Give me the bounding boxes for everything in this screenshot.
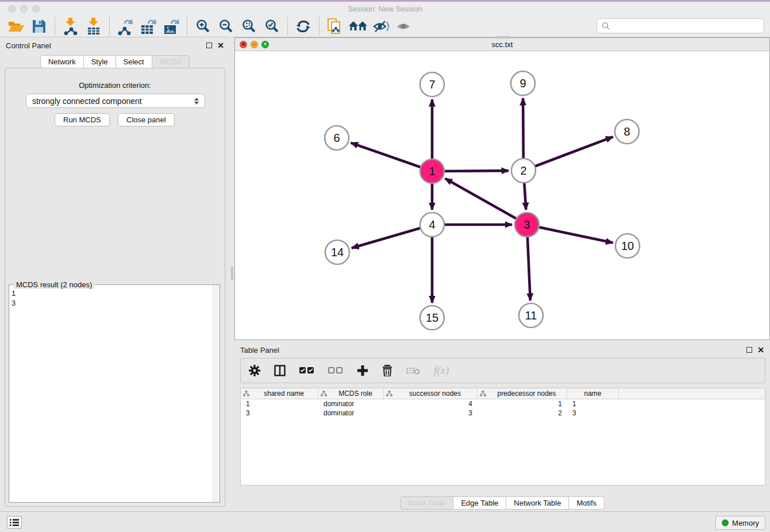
table-header-row: shared nameMCDS rolesuccessor nodesprede… (241, 388, 765, 399)
hide-eye-icon[interactable] (369, 17, 392, 36)
table-cell[interactable]: dominator (318, 400, 384, 408)
export-network-icon[interactable] (114, 17, 137, 36)
svg-text:3: 3 (523, 218, 530, 231)
table-tab-node-table[interactable]: Node Table (400, 496, 454, 510)
tab-mcds[interactable]: MCDS (152, 55, 190, 68)
table-cell[interactable]: 1 (478, 400, 567, 408)
columns-icon[interactable] (274, 365, 286, 376)
table-cell[interactable]: dominator (318, 409, 384, 417)
search-box[interactable] (596, 18, 764, 33)
import-network-icon[interactable] (59, 17, 82, 36)
mcds-result-box: MCDS result (2 nodes) 13 (9, 284, 220, 503)
optimization-criterion-label: Optimization criterion: (5, 81, 225, 90)
table-cell[interactable]: 2 (478, 409, 567, 417)
network-graph-canvas[interactable]: 7968124314101511 (235, 51, 769, 340)
vertical-splitter[interactable] (230, 37, 234, 340)
delete-column-icon[interactable] (382, 365, 392, 376)
select-chevrons-icon (194, 98, 199, 105)
table-cell[interactable]: 3 (567, 409, 619, 417)
svg-text:14: 14 (331, 246, 344, 259)
export-image-icon[interactable] (160, 17, 183, 36)
graph-node-14[interactable]: 14 (325, 240, 349, 264)
duplicate-network-icon[interactable] (324, 17, 346, 36)
show-eye-icon[interactable] (392, 17, 415, 36)
close-panel-button[interactable]: Close panel (118, 113, 175, 126)
home-icon[interactable] (346, 17, 369, 36)
zoom-fit-icon[interactable] (237, 17, 260, 36)
search-input[interactable] (613, 22, 759, 30)
table-panel: Table Panel ✕ f(x) shared nameMCDS rol (234, 342, 770, 511)
table-cell[interactable]: 4 (384, 400, 478, 408)
column-header-mcds-role[interactable]: MCDS role (318, 388, 384, 399)
mcds-result-text[interactable]: 13 (11, 288, 211, 501)
table-cell[interactable]: 1 (567, 400, 619, 408)
close-table-panel-icon[interactable]: ✕ (757, 347, 764, 353)
table-cell[interactable]: 3 (384, 409, 478, 417)
graph-node-1[interactable]: 1 (420, 159, 444, 183)
edge-3-1[interactable] (445, 179, 527, 225)
open-folder-icon[interactable] (5, 17, 28, 36)
toolbar-separator (287, 17, 288, 36)
memory-button[interactable]: Memory (715, 516, 765, 530)
app-title: Session: New Session (0, 5, 770, 13)
graph-node-3[interactable]: 3 (515, 213, 539, 237)
float-table-panel-icon[interactable] (746, 347, 752, 353)
run-mcds-button[interactable]: Run MCDS (55, 113, 110, 126)
edge-2-8[interactable] (523, 137, 613, 171)
graph-node-11[interactable]: 11 (519, 303, 543, 327)
result-line: 1 (11, 288, 211, 298)
close-panel-icon[interactable]: ✕ (217, 43, 224, 48)
zoom-selected-icon[interactable] (260, 17, 283, 36)
zoom-out-icon[interactable] (214, 17, 237, 36)
import-table-icon[interactable] (82, 17, 105, 36)
select-all-icon[interactable] (299, 367, 314, 375)
edge-3-10[interactable] (527, 225, 613, 243)
result-scrollbar[interactable] (213, 285, 220, 502)
graph-node-6[interactable]: 6 (325, 126, 349, 150)
graph-node-9[interactable]: 9 (511, 71, 535, 95)
add-column-icon[interactable] (357, 365, 368, 376)
edge-1-6[interactable] (351, 143, 432, 171)
graph-node-2[interactable]: 2 (511, 159, 536, 183)
graph-node-10[interactable]: 10 (615, 234, 640, 258)
splitter-grip[interactable] (231, 267, 233, 280)
table-tab-network-table[interactable]: Network Table (506, 496, 569, 510)
column-header-successor-nodes[interactable]: successor nodes (384, 388, 478, 399)
optimization-criterion-select[interactable]: strongly connected component (26, 94, 205, 108)
graph-node-7[interactable]: 7 (420, 72, 444, 97)
table-row[interactable]: 1dominator411 (241, 399, 765, 408)
toolbar-separator (187, 17, 187, 36)
tab-select[interactable]: Select (116, 55, 152, 68)
table-cell[interactable]: 1 (241, 400, 318, 408)
graph-node-15[interactable]: 15 (420, 306, 444, 330)
column-header-predecessor-nodes[interactable]: predecessor nodes (478, 388, 567, 399)
save-icon[interactable] (28, 17, 51, 36)
column-header-shared-name[interactable]: shared name (241, 388, 318, 399)
network-view-window: ✕ − + scc.txt 7968124314101511 (234, 37, 770, 340)
control-panel-tabs: NetworkStyleSelectMCDS (0, 55, 230, 68)
tab-style[interactable]: Style (84, 55, 116, 68)
node-table[interactable]: shared nameMCDS rolesuccessor nodesprede… (240, 388, 765, 485)
table-panel-tabs: Node TableEdge TableNetwork TableMotifs (234, 496, 770, 510)
column-header-name[interactable]: name (567, 388, 619, 399)
mcds-panel: Optimization criterion: strongly connect… (5, 68, 225, 507)
function-builder-icon: f(x) (434, 364, 449, 377)
h-splitter-grip[interactable] (496, 36, 509, 38)
export-table-icon[interactable] (137, 17, 160, 36)
deselect-all-icon[interactable] (328, 367, 343, 375)
network-window-title: scc.txt (235, 40, 769, 49)
refresh-icon[interactable] (292, 17, 315, 36)
table-tab-edge-table[interactable]: Edge Table (453, 496, 506, 510)
tab-network[interactable]: Network (40, 55, 84, 68)
task-history-button[interactable] (7, 516, 22, 529)
gear-icon[interactable] (249, 365, 260, 376)
float-panel-icon[interactable] (206, 43, 212, 48)
graph-node-4[interactable]: 4 (420, 213, 444, 237)
svg-text:4: 4 (429, 218, 435, 231)
table-row[interactable]: 3dominator323 (241, 408, 765, 418)
table-cell[interactable]: 3 (241, 409, 318, 417)
table-tab-motifs[interactable]: Motifs (569, 496, 605, 510)
zoom-in-icon[interactable] (191, 17, 214, 36)
graph-node-8[interactable]: 8 (615, 119, 639, 144)
svg-text:8: 8 (623, 125, 630, 138)
